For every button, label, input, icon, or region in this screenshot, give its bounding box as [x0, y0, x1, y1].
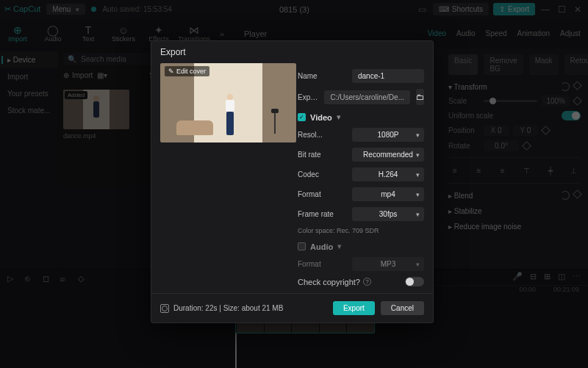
- audio-section-header[interactable]: Audio▾: [298, 242, 424, 251]
- tool-icon[interactable]: ◻: [43, 274, 53, 284]
- close-icon[interactable]: ✕: [572, 4, 584, 15]
- export-button[interactable]: ⇪ Export: [493, 3, 535, 15]
- pointer-icon[interactable]: ▷: [7, 274, 18, 284]
- format-select[interactable]: mp4▾: [352, 187, 424, 201]
- timeline-tools: ▷ ⎋ ◻ ⎄ ◇: [0, 270, 147, 368]
- fps-label: Frame rate: [298, 210, 346, 218]
- tl-icon[interactable]: 🎤: [512, 272, 523, 281]
- cancel-button[interactable]: Cancel: [381, 301, 424, 315]
- codec-select[interactable]: H.264▾: [352, 167, 424, 181]
- tab-import[interactable]: ⊕Import: [0, 25, 35, 43]
- autosave-dot-icon: [91, 7, 96, 12]
- export-confirm-button[interactable]: Export: [333, 301, 375, 315]
- nav-import[interactable]: Import: [0, 68, 58, 85]
- app-logo: ✂ CapCut: [4, 4, 40, 14]
- tool-icon[interactable]: ⎄: [60, 274, 71, 284]
- title-bar: ✂ CapCut Menu Auto saved: 15:53:54 0815 …: [0, 0, 588, 19]
- align-icon[interactable]: ≡: [472, 164, 485, 177]
- transitions-icon: ⋈: [176, 25, 212, 35]
- pill-retouch[interactable]: Retouch: [564, 54, 588, 75]
- duration-info: Duration: 22s | Size: about 21 MB: [173, 304, 283, 312]
- insp-tab-speed[interactable]: Speed: [486, 29, 507, 37]
- keyframe-icon[interactable]: [573, 96, 582, 106]
- rotate-value[interactable]: 0.0°: [484, 140, 519, 151]
- tl-icon[interactable]: ⊟: [530, 272, 537, 281]
- exportto-input[interactable]: C:/Users/caroline/De...: [324, 90, 410, 104]
- transform-header[interactable]: ▾ Transform: [448, 83, 487, 91]
- tab-audio[interactable]: ◯Audio: [35, 25, 71, 43]
- tl-icon[interactable]: ◫: [558, 272, 565, 281]
- insp-tab-adjustment[interactable]: Adjustment: [560, 29, 581, 37]
- player-label: Player: [244, 29, 267, 38]
- blend-header[interactable]: ▸ Blend: [448, 192, 473, 200]
- keyframe-icon[interactable]: [541, 126, 551, 135]
- chevron-down-icon: ▾: [416, 131, 420, 139]
- sticker-icon: ☺: [106, 25, 141, 35]
- checkbox-on-icon: ✓: [298, 113, 306, 121]
- tab-text[interactable]: TText: [71, 25, 106, 43]
- name-input[interactable]: dance-1: [352, 69, 424, 83]
- align-icon[interactable]: ⊥: [567, 164, 581, 177]
- scale-label: Scale: [448, 97, 479, 105]
- keyframe-icon[interactable]: [573, 190, 582, 199]
- layout-icon[interactable]: ▭: [417, 4, 429, 15]
- tab-stickers[interactable]: ☺Stickers: [106, 25, 141, 43]
- fps-select[interactable]: 30fps▾: [352, 207, 424, 221]
- menu-button[interactable]: Menu: [46, 4, 85, 15]
- pencil-icon: ✎: [168, 68, 174, 75]
- plus-circle-icon: ⊕: [63, 71, 69, 79]
- tabs-more-icon[interactable]: »: [212, 29, 232, 38]
- pill-basic[interactable]: Basic: [448, 54, 478, 75]
- media-thumb[interactable]: Added dance.mp4: [63, 90, 129, 140]
- copyright-toggle[interactable]: [405, 277, 424, 286]
- bitrate-select[interactable]: Recommended▾: [352, 148, 424, 162]
- audio-format-label: Format: [298, 260, 346, 268]
- shortcuts-button[interactable]: ⌨ Shortcuts: [433, 3, 489, 15]
- tab-effects[interactable]: ✦Effects: [141, 25, 176, 43]
- library-view-icon[interactable]: ▦▾: [97, 71, 107, 79]
- help-icon[interactable]: ?: [363, 278, 371, 286]
- insp-tab-animation[interactable]: Animation: [517, 29, 550, 37]
- pos-x[interactable]: X 0: [484, 125, 509, 136]
- keyframe-icon[interactable]: [573, 81, 582, 90]
- pos-y[interactable]: Y 0: [513, 125, 538, 136]
- reset-icon[interactable]: [561, 191, 570, 200]
- pill-remove-bg[interactable]: Remove BG: [484, 54, 523, 75]
- tl-icon[interactable]: ⊞: [544, 272, 551, 281]
- align-icon[interactable]: ≡: [448, 164, 462, 177]
- tool-icon[interactable]: ◇: [78, 274, 88, 284]
- align-icon[interactable]: ⊤: [520, 164, 533, 177]
- nav-device[interactable]: ▸ Device: [0, 51, 58, 68]
- tab-transitions[interactable]: ⋈Transitions: [176, 25, 212, 43]
- keyframe-icon[interactable]: [522, 141, 531, 151]
- minimize-icon[interactable]: —: [539, 4, 551, 15]
- resolution-select[interactable]: 1080P▾: [352, 128, 424, 142]
- nav-presets[interactable]: Your presets: [0, 85, 58, 102]
- align-icon[interactable]: ┿: [544, 164, 557, 177]
- insp-tab-audio[interactable]: Audio: [456, 29, 476, 37]
- pill-mask[interactable]: Mask: [529, 54, 559, 75]
- tl-zoom-start: 00:00: [519, 286, 536, 293]
- scale-value[interactable]: 100%: [542, 95, 570, 107]
- align-icon[interactable]: ≡: [496, 164, 509, 177]
- edit-cover-button[interactable]: ✎Edit cover: [165, 66, 209, 76]
- project-title: 0815 (3): [172, 5, 417, 14]
- insp-tab-video[interactable]: Video: [428, 29, 446, 37]
- export-preview[interactable]: ✎Edit cover: [160, 63, 296, 142]
- export-dialog: Export ✎Edit cover Name dance-1 Export t…: [151, 40, 434, 323]
- tl-icon[interactable]: ⋯: [573, 272, 581, 281]
- codec-label: Codec: [298, 170, 346, 178]
- scale-slider[interactable]: [484, 100, 537, 102]
- browse-folder-button[interactable]: 🗀: [416, 89, 424, 105]
- split-icon[interactable]: ⎋: [25, 274, 35, 284]
- noise-header[interactable]: ▸ Reduce image noise: [448, 223, 521, 231]
- video-section-header[interactable]: ✓Video▾: [298, 112, 424, 122]
- maximize-icon[interactable]: ☐: [556, 4, 567, 15]
- library-import-button[interactable]: ⊕ Import: [63, 71, 93, 79]
- reset-icon[interactable]: [561, 82, 570, 91]
- stabilize-header[interactable]: ▸ Stabilize: [448, 207, 482, 215]
- uniform-scale-toggle[interactable]: [562, 111, 581, 120]
- disk-icon: [160, 304, 169, 313]
- copyright-label: Check copyright?: [298, 278, 360, 286]
- nav-stock[interactable]: Stock mate...: [0, 102, 58, 119]
